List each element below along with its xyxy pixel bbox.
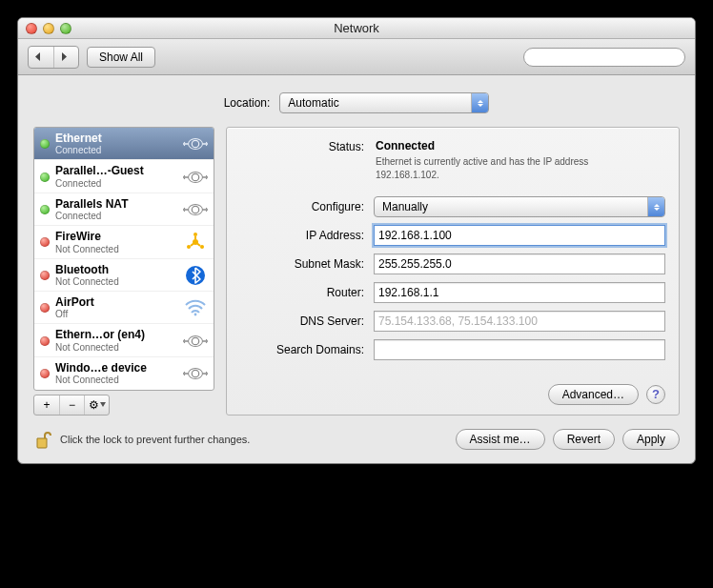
- assist-button[interactable]: Assist me…: [456, 429, 545, 450]
- popup-arrows-icon: [647, 197, 664, 216]
- zoom-button[interactable]: [60, 23, 71, 34]
- service-name: Ethern…or (en4): [55, 328, 177, 341]
- lock-text: Click the lock to prevent further change…: [60, 434, 448, 445]
- wifi-icon: [183, 297, 208, 318]
- service-item[interactable]: BluetoothNot Connected: [34, 259, 214, 292]
- services-list[interactable]: EthernetConnectedParallel…-GuestConnecte…: [33, 127, 214, 391]
- service-item[interactable]: Parallels NATConnected: [34, 193, 214, 226]
- firewire-icon: [183, 232, 208, 253]
- window-title: Network: [18, 21, 695, 35]
- status-dot-icon: [40, 303, 50, 313]
- service-status: Off: [55, 309, 177, 320]
- status-dot-icon: [40, 271, 50, 280]
- router-label: Router:: [240, 286, 364, 299]
- ip-label: IP Address:: [240, 229, 364, 242]
- minimize-button[interactable]: [43, 23, 54, 34]
- search-domains-label: Search Domains:: [240, 343, 364, 356]
- chevron-left-icon: [34, 52, 42, 61]
- service-name: AirPort: [55, 295, 177, 309]
- configure-value: Manually: [382, 200, 428, 213]
- toolbar: Show All: [18, 39, 695, 75]
- search-input[interactable]: [523, 48, 685, 67]
- ethernet-icon: [183, 333, 208, 350]
- lock-open-icon: [34, 430, 51, 449]
- location-value: Automatic: [288, 96, 338, 110]
- svg-point-2: [192, 140, 198, 147]
- service-item[interactable]: Ethern…or (en4)Not Connected: [34, 324, 214, 356]
- svg-point-27: [192, 371, 198, 377]
- status-dot-icon: [40, 237, 50, 247]
- service-status: Connected: [55, 178, 177, 190]
- subnet-label: Subnet Mask:: [240, 257, 364, 271]
- service-item[interactable]: EthernetConnected: [34, 128, 214, 160]
- status-row: Status: Connected Ethernet is currently …: [240, 139, 665, 181]
- titlebar: Network: [18, 18, 695, 39]
- service-status: Connected: [55, 211, 177, 222]
- svg-point-22: [194, 314, 197, 316]
- service-item[interactable]: AirPortOff: [34, 292, 214, 324]
- subnet-input[interactable]: [374, 253, 665, 274]
- ethernet-icon: [183, 201, 208, 218]
- status-dot-icon: [40, 139, 50, 149]
- service-name: Windo…e device: [55, 361, 177, 375]
- popup-arrows-icon: [471, 93, 488, 112]
- help-button[interactable]: ?: [646, 385, 665, 404]
- configure-label: Configure:: [240, 200, 364, 213]
- search-wrap: [523, 48, 685, 67]
- search-domains-input[interactable]: [374, 339, 665, 360]
- config-form: Configure: Manually IP Address:: [240, 196, 665, 368]
- svg-point-17: [200, 245, 204, 249]
- svg-line-19: [191, 244, 194, 247]
- service-item[interactable]: Parallel…-GuestConnected: [34, 160, 214, 193]
- service-item[interactable]: FireWireNot Connected: [34, 226, 214, 258]
- dns-label: DNS Server:: [240, 314, 364, 328]
- add-service-button[interactable]: +: [34, 395, 59, 415]
- traffic-lights: [26, 23, 71, 34]
- ethernet-icon: [183, 365, 208, 382]
- window-footer: Click the lock to prevent further change…: [33, 429, 680, 450]
- location-row: Location: Automatic: [33, 92, 680, 113]
- network-preferences-window: Network Show All Location: Automatic: [17, 17, 696, 464]
- service-status: Connected: [55, 145, 177, 156]
- ethernet-icon: [183, 135, 208, 152]
- configure-popup[interactable]: Manually: [374, 196, 665, 217]
- location-popup[interactable]: Automatic: [279, 92, 489, 113]
- ethernet-icon: [183, 169, 208, 186]
- svg-point-6: [192, 173, 198, 180]
- dns-input[interactable]: [374, 311, 665, 332]
- forward-button[interactable]: [53, 47, 78, 68]
- service-name: Ethernet: [55, 132, 177, 145]
- svg-point-10: [192, 206, 198, 213]
- close-button[interactable]: [26, 23, 37, 34]
- chevron-down-icon: [100, 402, 106, 407]
- status-label: Status:: [240, 139, 364, 181]
- svg-point-16: [187, 245, 191, 249]
- revert-button[interactable]: Revert: [553, 429, 615, 450]
- status-dot-icon: [40, 369, 50, 378]
- service-item[interactable]: Windo…e deviceNot Connected: [34, 357, 214, 390]
- status-value: Connected: [376, 139, 665, 152]
- svg-point-15: [194, 233, 197, 236]
- advanced-button[interactable]: Advanced…: [548, 384, 639, 405]
- chevron-right-icon: [60, 52, 68, 61]
- apply-button[interactable]: Apply: [622, 429, 680, 450]
- service-name: Bluetooth: [55, 263, 177, 276]
- service-name: Parallel…-Guest: [55, 164, 177, 177]
- show-all-button[interactable]: Show All: [87, 47, 155, 68]
- service-status: Not Connected: [55, 375, 177, 386]
- status-description: Ethernet is currently active and has the…: [376, 155, 642, 181]
- gear-icon: ⚙: [89, 398, 106, 412]
- router-input[interactable]: [374, 282, 665, 303]
- remove-service-button[interactable]: −: [59, 395, 84, 415]
- status-dot-icon: [40, 205, 50, 214]
- lock-button[interactable]: [33, 429, 52, 450]
- service-actions-button[interactable]: ⚙: [84, 395, 109, 415]
- nav-segment: [28, 46, 79, 69]
- bluetooth-icon: [183, 265, 208, 286]
- back-button[interactable]: [29, 47, 53, 68]
- service-detail: Status: Connected Ethernet is currently …: [226, 127, 680, 416]
- svg-point-23: [192, 337, 198, 344]
- service-name: Parallels NAT: [55, 197, 177, 211]
- ip-input[interactable]: [374, 225, 665, 246]
- status-dot-icon: [40, 336, 50, 346]
